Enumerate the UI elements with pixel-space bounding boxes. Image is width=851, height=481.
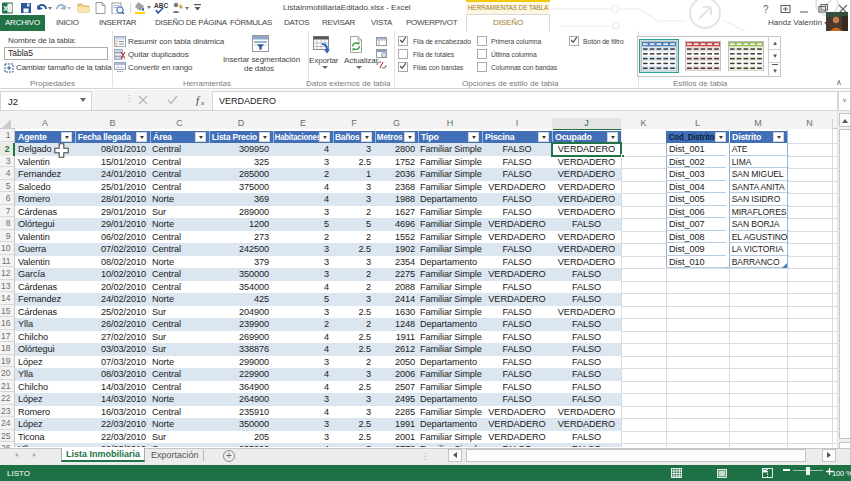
- svg-text:x: x: [200, 99, 205, 106]
- svg-text:?: ?: [763, 4, 769, 14]
- svg-text:ABC: ABC: [154, 2, 168, 9]
- svg-text:X: X: [3, 4, 9, 13]
